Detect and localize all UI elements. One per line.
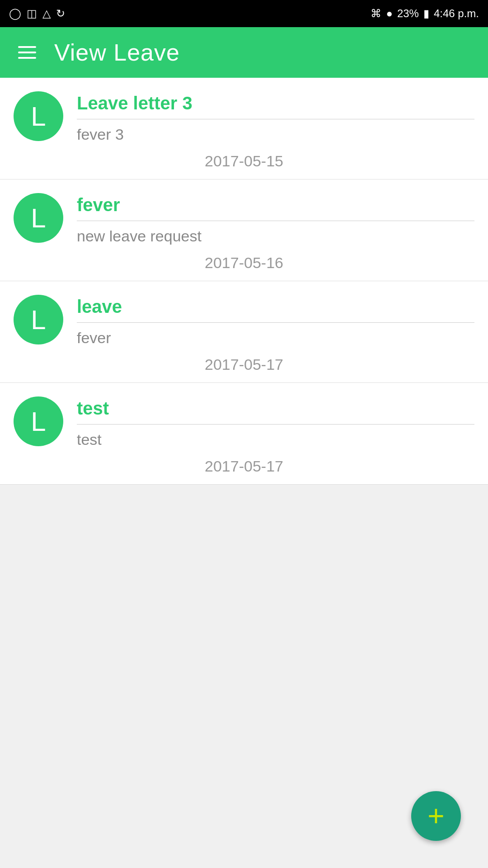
leave-card[interactable]: L test test 2017-05-17 [0,383,488,485]
add-leave-button[interactable]: + [411,791,461,841]
leave-description: test [77,431,474,448]
leave-info: test test [77,396,474,448]
menu-button[interactable] [18,46,36,59]
hamburger-line-1 [18,46,36,48]
leave-info: Leave letter 3 fever 3 [77,91,474,143]
leave-card-top: L leave fever [14,295,474,347]
battery-icon: ▮ [423,7,429,20]
avatar: L [14,193,63,243]
whatsapp-icon: ◯ [9,7,21,20]
battery-percentage: 23% [397,7,419,20]
leave-list: L Leave letter 3 fever 3 2017-05-15 L fe… [0,78,488,485]
image-icon: ◫ [27,7,37,20]
leave-title: Leave letter 3 [77,93,474,119]
page-title: View Leave [54,39,180,66]
leave-date: 2017-05-17 [14,458,474,475]
alert-icon: △ [42,7,51,20]
leave-title: test [77,398,474,425]
clock: 4:46 p.m. [434,7,479,20]
leave-description: fever [77,329,474,347]
leave-card-top: L fever new leave request [14,193,474,245]
leave-date: 2017-05-17 [14,356,474,373]
leave-date: 2017-05-16 [14,254,474,272]
add-icon: + [427,802,444,830]
avatar-letter: L [31,101,46,132]
status-bar-right-icons: ⌘ ● 23% ▮ 4:46 p.m. [371,7,479,20]
status-bar-left-icons: ◯ ◫ △ ↻ [9,7,65,20]
leave-card[interactable]: L leave fever 2017-05-17 [0,281,488,383]
avatar-letter: L [31,304,46,335]
wifi-icon: ⌘ [371,7,381,20]
leave-description: new leave request [77,227,474,245]
leave-title: fever [77,195,474,221]
leave-title: leave [77,297,474,323]
avatar: L [14,295,63,344]
app-bar: View Leave [0,27,488,78]
avatar: L [14,91,63,141]
leave-card[interactable]: L fever new leave request 2017-05-16 [0,179,488,281]
avatar: L [14,396,63,446]
avatar-letter: L [31,406,46,437]
leave-card-top: L test test [14,396,474,448]
leave-info: leave fever [77,295,474,347]
leave-date: 2017-05-15 [14,152,474,170]
sync-icon: ↻ [56,7,65,20]
signal-icon: ● [386,7,393,20]
status-bar: ◯ ◫ △ ↻ ⌘ ● 23% ▮ 4:46 p.m. [0,0,488,27]
leave-info: fever new leave request [77,193,474,245]
hamburger-line-2 [18,52,36,53]
leave-card-top: L Leave letter 3 fever 3 [14,91,474,143]
hamburger-line-3 [18,57,36,59]
avatar-letter: L [31,203,46,234]
leave-card[interactable]: L Leave letter 3 fever 3 2017-05-15 [0,78,488,179]
leave-description: fever 3 [77,126,474,143]
